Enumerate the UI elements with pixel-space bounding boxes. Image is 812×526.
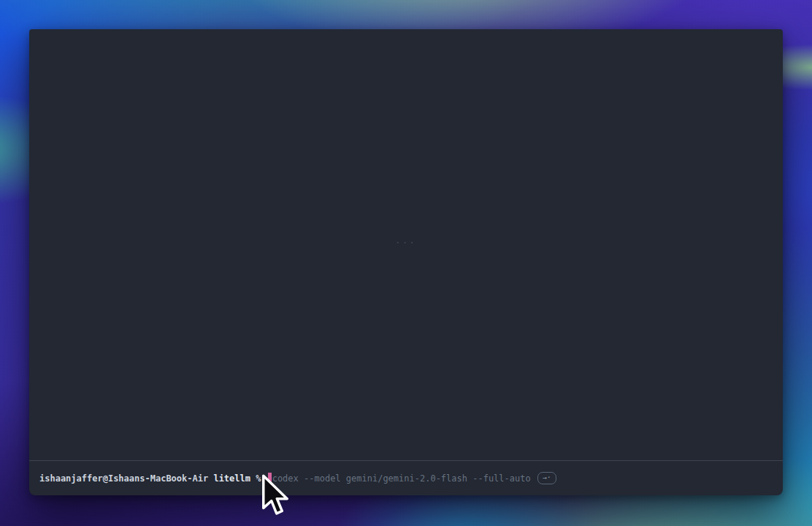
- autosuggestion-text: codex --model gemini/gemini-2.0-flash --…: [272, 474, 531, 483]
- prompt-symbol: %: [250, 474, 267, 483]
- terminal-window[interactable]: ··· ishaanjaffer@Ishaans-MacBook-Air lit…: [29, 29, 783, 495]
- accept-suggestion-hint-badge: →·: [537, 472, 556, 484]
- text-cursor: [268, 473, 272, 484]
- terminal-output-area[interactable]: ···: [29, 29, 783, 460]
- prompt-user-host: ishaanjaffer@Ishaans-MacBook-Air: [39, 474, 208, 483]
- loading-ellipsis: ···: [396, 238, 417, 248]
- prompt-directory: litellm: [208, 474, 250, 483]
- terminal-prompt-row[interactable]: ishaanjaffer@Ishaans-MacBook-Air litellm…: [29, 460, 783, 495]
